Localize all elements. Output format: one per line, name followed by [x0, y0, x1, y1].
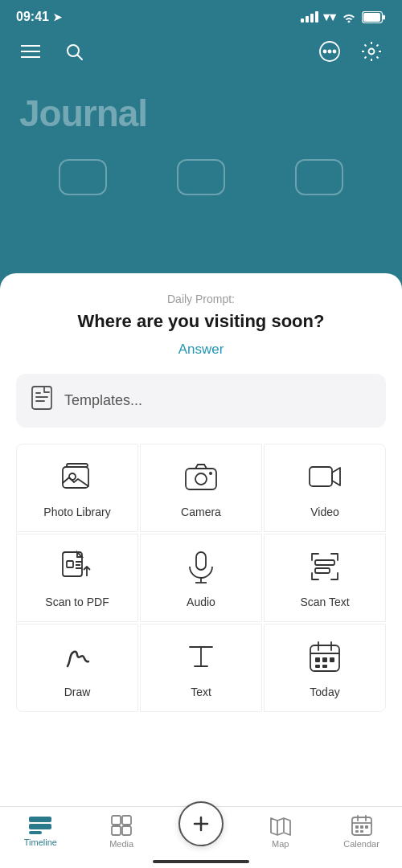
svg-rect-35 [330, 657, 334, 662]
svg-rect-2 [383, 14, 385, 19]
tab-map-label: Map [272, 839, 289, 849]
svg-point-19 [209, 472, 212, 475]
templates-icon [31, 385, 53, 416]
svg-rect-17 [186, 469, 216, 489]
action-photo-library[interactable]: Photo Library [16, 444, 138, 532]
svg-rect-33 [315, 657, 320, 662]
svg-point-11 [334, 51, 336, 53]
add-entry-button[interactable] [178, 801, 224, 846]
action-video-label: Video [310, 506, 339, 518]
wifi-icon: ▾▾ [323, 10, 336, 24]
header-bar [0, 31, 402, 79]
svg-rect-56 [355, 830, 359, 833]
tab-calendar-label: Calendar [343, 839, 379, 849]
wifi-icon [341, 11, 357, 23]
settings-button[interactable] [357, 37, 386, 66]
status-time: 09:41 [16, 10, 49, 24]
action-scan-pdf-label: Scan to PDF [45, 596, 109, 608]
svg-point-10 [329, 51, 331, 53]
templates-label: Templates... [64, 392, 142, 409]
svg-rect-37 [322, 665, 327, 668]
svg-rect-55 [365, 825, 368, 829]
svg-point-18 [195, 473, 207, 485]
svg-rect-23 [196, 552, 206, 570]
action-scan-pdf[interactable]: Scan to PDF [16, 534, 138, 622]
svg-rect-26 [315, 560, 334, 565]
action-scan-text-label: Scan Text [300, 596, 349, 608]
svg-rect-1 [363, 13, 380, 22]
svg-rect-53 [355, 825, 359, 829]
svg-rect-20 [310, 467, 332, 486]
svg-rect-42 [122, 816, 131, 825]
tab-bar: Timeline Media Ma [0, 806, 402, 868]
svg-line-7 [78, 55, 83, 60]
svg-rect-22 [67, 561, 73, 567]
templates-row[interactable]: Templates... [16, 374, 386, 428]
svg-rect-38 [29, 817, 51, 822]
header-left-icons [16, 37, 88, 66]
svg-rect-43 [112, 826, 121, 835]
actions-grid: Photo Library Camera Video [16, 444, 386, 712]
battery-icon [362, 11, 386, 23]
draw-icon [59, 639, 95, 679]
action-camera-label: Camera [181, 506, 221, 518]
location-icon: ➤ [53, 11, 62, 23]
action-audio-label: Audio [187, 596, 215, 608]
daily-prompt-label: Daily Prompt: [16, 293, 386, 305]
status-icons: ▾▾ [301, 10, 386, 24]
answer-link[interactable]: Answer [16, 342, 386, 358]
home-indicator [153, 860, 249, 863]
camera-icon [183, 459, 219, 499]
action-photo-library-label: Photo Library [43, 506, 110, 518]
signal-icon [301, 11, 318, 23]
svg-rect-21 [63, 552, 82, 576]
tab-media[interactable]: Media [97, 815, 146, 849]
svg-rect-15 [67, 464, 88, 467]
svg-rect-44 [122, 826, 131, 835]
background-tabs [0, 159, 402, 195]
tab-media-label: Media [109, 839, 133, 849]
svg-rect-54 [360, 825, 363, 829]
tab-timeline[interactable]: Timeline [16, 817, 64, 847]
svg-rect-13 [32, 387, 51, 409]
search-button[interactable] [59, 37, 88, 66]
scan-pdf-icon [59, 549, 95, 589]
status-time-area: 09:41 ➤ [16, 10, 62, 24]
svg-rect-39 [29, 824, 51, 829]
svg-rect-36 [315, 665, 320, 668]
action-video[interactable]: Video [264, 444, 386, 532]
action-sheet: Daily Prompt: Where are you visiting soo… [0, 273, 402, 868]
svg-rect-40 [29, 831, 42, 834]
chat-button[interactable] [315, 37, 344, 66]
tab-calendar[interactable]: Calendar [338, 815, 386, 849]
tab-map[interactable]: Map [256, 815, 305, 849]
action-draw[interactable]: Draw [16, 624, 138, 712]
action-text[interactable]: Text [140, 624, 262, 712]
scan-text-icon [307, 549, 343, 589]
svg-point-9 [324, 51, 326, 53]
action-draw-label: Draw [64, 686, 91, 698]
header-right-icons [315, 37, 386, 66]
audio-icon [183, 549, 219, 589]
action-today[interactable]: Today [264, 624, 386, 712]
text-icon [183, 639, 219, 679]
action-text-label: Text [191, 686, 211, 698]
svg-rect-27 [315, 568, 330, 573]
today-icon [307, 639, 343, 679]
action-scan-text[interactable]: Scan Text [264, 534, 386, 622]
daily-prompt-question: Where are you visiting soon? [16, 310, 386, 334]
svg-point-12 [369, 49, 375, 55]
svg-rect-41 [112, 816, 121, 825]
svg-rect-57 [360, 830, 363, 833]
status-bar: 09:41 ➤ ▾▾ [0, 0, 402, 31]
svg-rect-34 [322, 657, 327, 662]
video-icon [307, 459, 343, 499]
action-today-label: Today [310, 686, 339, 698]
tab-timeline-label: Timeline [24, 837, 57, 847]
photo-library-icon [59, 459, 95, 499]
journal-title: Journal [0, 79, 402, 151]
action-camera[interactable]: Camera [140, 444, 262, 532]
menu-button[interactable] [16, 37, 45, 66]
action-audio[interactable]: Audio [140, 534, 262, 622]
